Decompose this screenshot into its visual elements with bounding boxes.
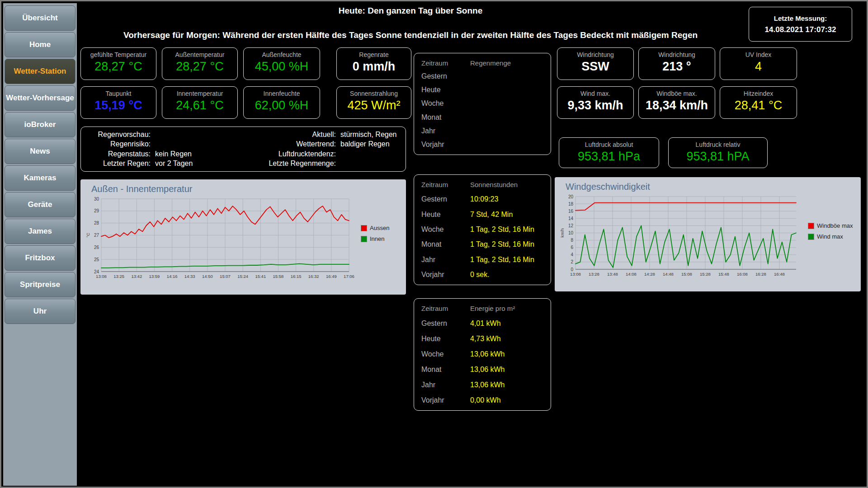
tile-gust-max: Windböe max. 18,34 km/h [638,86,715,119]
svg-text:15:28: 15:28 [700,272,711,277]
sidebar-item-kameras[interactable]: Kameras [5,165,75,191]
tile-indoor-humidity: Innenfeuchte 62,00 %H [243,86,320,119]
sidebar-item-label: Übersicht [22,14,57,22]
rain-info-label: Letzte Regenmenge: [252,160,340,168]
tile-label: Innenfeuchte [244,90,320,97]
tile-value: 0 mm/h [337,60,411,74]
table-row: Gestern4,01 kWh [421,319,543,328]
value-cell: 13,06 kWh [470,366,505,374]
sidebar-item-geraete[interactable]: Geräte [5,192,75,217]
sidebar-item-label: Wetter-Vorhersage [6,94,74,102]
svg-text:15:07: 15:07 [220,274,231,279]
tile-label: Taupunkt [81,90,156,97]
svg-text:16:32: 16:32 [308,274,319,279]
value-cell: 0,00 kWh [470,396,501,404]
sidebar: ÜbersichtHomeWetter-StationWetter-Vorher… [3,3,77,486]
sidebar-item-wetter-vorhersage[interactable]: Wetter-Vorhersage [5,85,75,111]
tile-value: 62,00 %H [244,99,320,113]
rain-info-label: Letzter Regen: [87,160,155,168]
table-row: Monat [421,113,543,122]
period-cell: Gestern [421,319,470,328]
period-cell: Vorjahr [421,141,470,149]
sidebar-item-news[interactable]: News [5,139,75,164]
svg-text:16:15: 16:15 [291,274,302,279]
sidebar-item-james[interactable]: James [5,219,75,244]
svg-text:13:28: 13:28 [589,272,599,277]
table-row: Woche [421,99,543,108]
sidebar-item-spritpreise[interactable]: Spritpreise [5,272,75,297]
sidebar-item-fritzbox[interactable]: Fritzbox [5,245,75,271]
tile-outdoor-humidity: Außenfeuchte 45,00 %H [243,47,320,80]
tile-outdoor-temperature: Außentemperatur 28,27 °C [162,47,238,80]
svg-text:14:08: 14:08 [626,272,637,277]
legend-label: Wind max [817,233,843,240]
tile-value: 28,27 °C [81,60,156,74]
tomorrow-forecast-text: Vorhersage für Morgen: Während der erste… [78,30,743,40]
svg-text:28: 28 [94,221,99,225]
tile-value: 45,00 %H [244,60,320,74]
tile-label: Außenfeuchte [244,51,320,58]
last-measurement-label: Letzte Messung: [774,14,827,22]
chart-body: 2425262728293013:0813:2513:4213:5914:161… [85,195,401,283]
svg-text:18: 18 [568,202,574,206]
table-row: Jahr [421,127,543,135]
svg-text:13:25: 13:25 [113,274,124,279]
sidebar-item-label: Spritpreise [20,281,60,289]
period-cell: Zeitraum [421,305,470,312]
tile-value: SSW [557,60,633,74]
rain-info-value: baldiger Regen [340,140,399,148]
value-cell: 4,73 kWh [470,335,501,343]
tile-row-left-1: gefühlte Temperatur 28,27 °C Außentemper… [80,47,411,80]
tile-label: Hitzeindex [720,90,797,97]
svg-text:15:48: 15:48 [718,272,729,277]
sun-hours-table: ZeitraumSonnenstundenGestern10:09:23Heut… [414,174,551,285]
rain-info-value [340,150,399,158]
sidebar-item-label: Wetter-Station [14,67,66,75]
period-cell: Gestern [421,195,470,203]
period-cell: Heute [421,211,470,219]
value-cell: Regenmenge [470,59,511,67]
period-cell: Vorjahr [421,271,470,279]
tile-value: 953,81 hPA [669,150,767,164]
rain-info-box: Regenvorschau:Aktuell:stürmisch, RegenRe… [80,127,406,172]
value-cell: 13,06 kWh [470,381,505,389]
tile-label: Regenrate [337,51,411,58]
rain-info-label: Aktuell: [252,131,340,139]
legend-item: Aussen [361,225,401,231]
legend-label: Innen [370,235,385,242]
svg-text:26: 26 [94,245,99,250]
last-measurement-box: Letzte Messung: 14.08.2021 17:07:32 [749,7,852,42]
svg-text:15:41: 15:41 [255,274,266,279]
sidebar-item-label: Uhr [33,307,47,315]
svg-text:12: 12 [568,223,574,228]
tile-value: 24,61 °C [162,99,237,113]
tile-indoor-temperature: Innentemperatur 24,61 °C [162,86,238,119]
svg-text:25: 25 [94,257,99,262]
temperature-chart-panel: Außen - Innentemperatur 2425262728293013… [80,179,406,295]
sidebar-item-label: Fritzbox [25,254,55,262]
table-header-row: ZeitraumRegenmenge [421,59,543,67]
sidebar-item-label: News [30,147,50,155]
chart-legend: Windböe maxWind max [808,222,856,240]
sidebar-item-uhr[interactable]: Uhr [5,299,75,324]
energy-table: ZeitraumEnergie pro m²Gestern4,01 kWhHeu… [414,298,551,411]
svg-text:13:08: 13:08 [570,272,581,277]
table-row: Heute [421,86,543,94]
rain-info-label: Regenstatus: [87,150,155,158]
tile-value: 953,81 hPa [559,150,659,164]
sidebar-item-iobroker[interactable]: ioBroker [5,112,75,137]
sidebar-item-home[interactable]: Home [5,32,75,57]
svg-text:6: 6 [571,245,573,250]
tile-feels-like: gefühlte Temperatur 28,27 °C [80,47,156,80]
sidebar-item-wetter-station[interactable]: Wetter-Station [5,59,75,84]
tile-row-right-1: Windrichtung SSW Windrichtung 213 ° UV I… [557,47,797,80]
table-row: Jahr1 Tag, 2 Std, 16 Min [421,256,543,264]
svg-text:0: 0 [571,267,573,272]
table-row: Vorjahr0,00 kWh [421,396,543,404]
tile-label: Sonnenstrahlung [337,90,411,97]
table-row: Woche1 Tag, 2 Std, 16 Min [421,225,543,234]
table-row: Heute7 Std, 42 Min [421,211,543,219]
sidebar-item-uebersicht[interactable]: Übersicht [5,5,75,31]
period-cell: Heute [421,335,470,343]
period-cell: Jahr [421,256,470,264]
